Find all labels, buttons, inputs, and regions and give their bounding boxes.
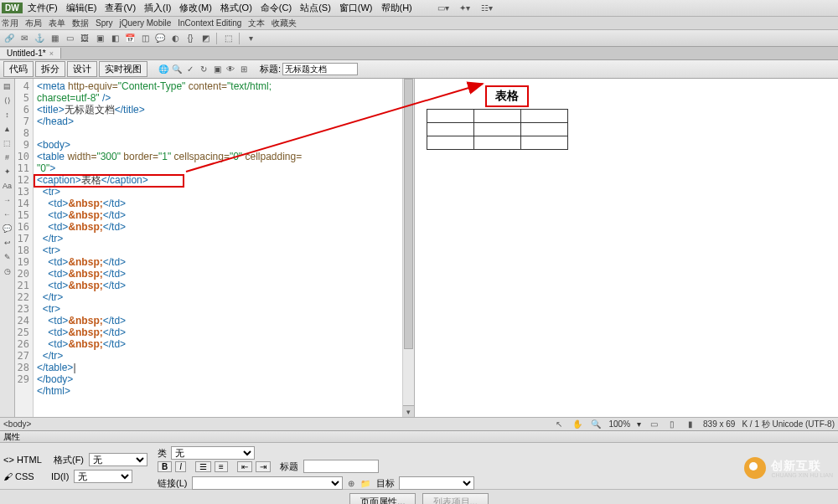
image-icon[interactable]: 🖼 — [79, 33, 91, 44]
select-icon[interactable]: ⬚ — [2, 137, 13, 149]
table-cell[interactable] — [521, 123, 568, 136]
phone-icon[interactable]: ▮ — [685, 419, 696, 430]
chevron-down-icon[interactable]: ▾ — [637, 419, 641, 429]
head-icon[interactable]: ◐ — [169, 33, 181, 44]
document-tab[interactable]: Untitled-1* × — [0, 48, 61, 59]
script-icon[interactable]: {} — [184, 33, 196, 44]
class-select[interactable]: 无 — [171, 446, 255, 460]
outdent-button[interactable]: ⇤ — [237, 461, 252, 472]
tab-incontext[interactable]: InContext Editing — [178, 18, 241, 28]
table-icon[interactable]: ▦ — [49, 33, 60, 44]
check-icon[interactable]: ✓ — [184, 64, 196, 75]
table-cell[interactable] — [474, 110, 521, 123]
bold-button[interactable]: B — [158, 461, 172, 472]
settings-icon[interactable]: ☷▾ — [481, 3, 493, 14]
highlight-icon[interactable]: ✦ — [2, 166, 13, 177]
table-cell[interactable] — [474, 136, 521, 150]
ssi-icon[interactable]: ◫ — [139, 33, 151, 44]
comment-icon[interactable]: 💬 — [154, 33, 166, 44]
ol-button[interactable]: ≡ — [215, 461, 228, 472]
media-icon[interactable]: ▣ — [94, 33, 106, 44]
tab-jquery[interactable]: jQuery Mobile — [120, 18, 172, 28]
menu-window[interactable]: 窗口(W) — [339, 2, 373, 14]
tab-layout[interactable]: 布局 — [25, 18, 42, 29]
code-editor[interactable]: <meta http-equiv="Content-Type" content=… — [34, 79, 415, 417]
view-split-button[interactable]: 拆分 — [35, 61, 65, 77]
refresh-icon[interactable]: ↻ — [198, 64, 210, 75]
menu-help[interactable]: 帮助(H) — [381, 2, 412, 14]
tag-icon[interactable]: ⬚ — [222, 33, 234, 44]
wrap-icon[interactable]: ↩ — [2, 237, 13, 249]
parent-icon[interactable]: ▲ — [2, 123, 13, 135]
hand-icon[interactable]: ✋ — [572, 419, 583, 430]
tab-spry[interactable]: Spry — [96, 18, 113, 28]
italic-button[interactable]: I — [175, 461, 186, 472]
scroll-thumb[interactable] — [404, 79, 413, 349]
widget-icon[interactable]: ◧ — [109, 33, 121, 44]
tag-path[interactable]: <body> — [3, 419, 31, 429]
menu-command[interactable]: 命令(C) — [261, 2, 292, 14]
browser-icon[interactable]: ⊞ — [238, 64, 250, 75]
tab-forms[interactable]: 表单 — [49, 18, 65, 29]
table-cell[interactable] — [521, 136, 568, 150]
menu-site[interactable]: 站点(S) — [300, 2, 331, 14]
menu-view[interactable]: 查看(V) — [105, 2, 136, 14]
folder-icon[interactable]: 📁 — [360, 478, 371, 490]
design-preview[interactable]: 表格 — [415, 79, 838, 417]
table-cell[interactable] — [427, 110, 474, 123]
menu-file[interactable]: 文件(F) — [28, 2, 58, 14]
menu-format[interactable]: 格式(O) — [220, 2, 252, 14]
link-select[interactable] — [192, 476, 343, 490]
view-code-button[interactable]: 代码 — [3, 61, 34, 77]
target-select[interactable] — [399, 476, 474, 490]
table-cell[interactable] — [521, 110, 568, 123]
id-select[interactable]: 无 — [74, 470, 132, 483]
title-input[interactable] — [282, 63, 358, 75]
email-icon[interactable]: ✉ — [18, 33, 30, 44]
zoom-icon[interactable]: 🔍 — [590, 419, 602, 430]
page-properties-button[interactable]: 页面属性... — [349, 493, 416, 504]
menu-insert[interactable]: 插入(I) — [144, 2, 171, 14]
recent-icon[interactable]: ◷ — [2, 265, 13, 277]
table-cell[interactable] — [427, 136, 474, 150]
vis-aids-icon[interactable]: 👁 — [225, 64, 236, 75]
link-target-icon[interactable]: ⊕ — [345, 478, 357, 490]
scroll-down-icon[interactable]: ▾ — [403, 405, 414, 417]
template-icon[interactable]: ◩ — [199, 33, 211, 44]
html-mode-button[interactable]: <> HTML — [3, 455, 42, 465]
preview-table[interactable] — [427, 109, 568, 150]
expand-icon[interactable]: ↕ — [2, 109, 13, 121]
div-icon[interactable]: ▭ — [64, 33, 75, 44]
table-cell[interactable] — [427, 123, 474, 136]
tab-common[interactable]: 常用 — [2, 18, 18, 29]
tablet-icon[interactable]: ▯ — [666, 419, 678, 430]
properties-header[interactable]: 属性 — [0, 431, 838, 443]
more-icon[interactable]: ▾ — [245, 33, 256, 44]
pointer-icon[interactable]: ↖ — [553, 419, 565, 430]
date-icon[interactable]: 📅 — [124, 33, 136, 44]
scrollbar[interactable]: ▾ — [402, 79, 414, 417]
syntax-icon[interactable]: Aa — [2, 180, 13, 192]
menu-modify[interactable]: 修改(M) — [179, 2, 212, 14]
linenum-icon[interactable]: # — [2, 152, 13, 163]
zoom-value[interactable]: 100% — [608, 419, 630, 429]
snippet-icon[interactable]: ✎ — [2, 251, 13, 263]
close-icon[interactable]: × — [49, 49, 54, 58]
tab-text[interactable]: 文本 — [248, 18, 265, 29]
comment-tool-icon[interactable]: 💬 — [2, 223, 13, 234]
nav-icon[interactable]: ▣ — [211, 64, 223, 75]
table-cell[interactable] — [474, 123, 521, 136]
window-size-icon[interactable]: ▭ — [648, 419, 660, 430]
title-attr-input[interactable] — [303, 460, 379, 473]
collapse-icon[interactable]: ⟨⟩ — [2, 95, 13, 106]
open-docs-icon[interactable]: ▤ — [2, 80, 13, 92]
outdent-icon[interactable]: ← — [2, 208, 13, 220]
view-design-button[interactable]: 设计 — [67, 61, 97, 77]
anchor-icon[interactable]: ⚓ — [34, 33, 45, 44]
css-mode-button[interactable]: 🖌 CSS — [3, 471, 34, 481]
view-live-button[interactable]: 实时视图 — [99, 61, 147, 77]
globe-icon[interactable]: 🌐 — [158, 64, 169, 75]
tab-fav[interactable]: 收藏夹 — [272, 18, 297, 29]
format-select[interactable]: 无 — [89, 453, 147, 466]
layout-icon[interactable]: ▭▾ — [437, 3, 449, 14]
